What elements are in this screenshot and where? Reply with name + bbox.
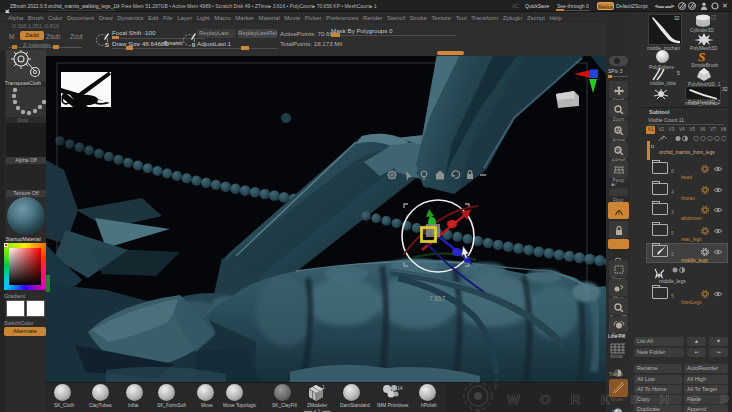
svg-text:0: 0 bbox=[192, 42, 196, 48]
svg-text:½: ½ bbox=[616, 147, 620, 153]
svg-text:S: S bbox=[105, 42, 109, 48]
svg-text:7.817: 7.817 bbox=[429, 295, 446, 302]
